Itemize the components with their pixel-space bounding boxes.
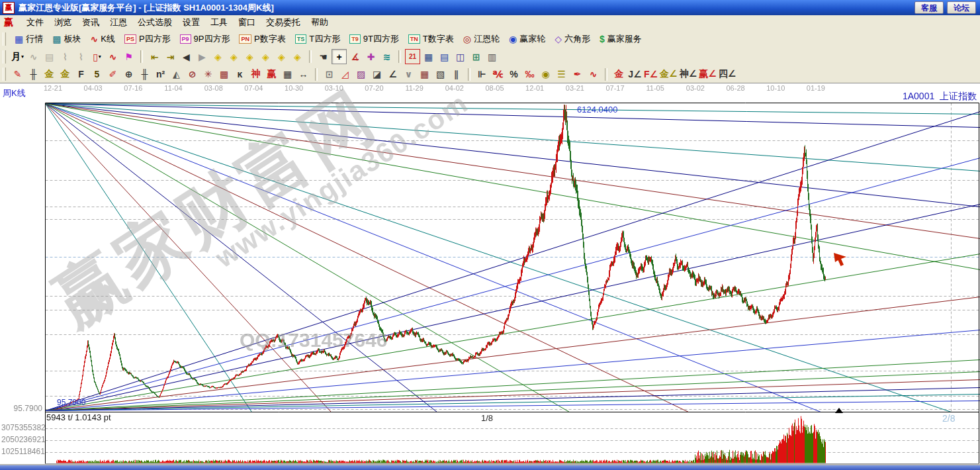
draw-grid-tool[interactable]: ╫ (26, 67, 41, 82)
draw-f-angle[interactable]: F∠ (643, 67, 658, 82)
draw-gold-lines-tool[interactable]: ☰ (554, 67, 569, 82)
nav-kline-style[interactable]: ▯▾ (89, 49, 105, 64)
toolbar-quotes-button[interactable]: ▦行情 (11, 32, 47, 46)
toolbar-t-square-button[interactable]: TST四方形 (291, 32, 344, 46)
nav-angle-tool[interactable]: ∡ (347, 49, 363, 64)
toolbar-winner-service-button[interactable]: $赢家服务 (596, 32, 646, 46)
menu-item-1[interactable]: 浏览 (49, 15, 77, 30)
nav-calendar[interactable]: 21 (405, 49, 420, 64)
draw-fan-box-tool[interactable]: ▨ (353, 67, 369, 82)
draw-four-angle[interactable]: 四∠ (718, 67, 737, 82)
menu-item-4[interactable]: 公式选股 (132, 15, 177, 30)
draw-win-angle[interactable]: 赢∠ (698, 67, 717, 82)
forum-button[interactable]: 论坛 (947, 1, 976, 14)
toolbar-p-table-button[interactable]: PNP数字表 (235, 32, 289, 46)
nav-diamond-pan-left[interactable]: ◈ (210, 49, 226, 64)
draw-span-tool[interactable]: ↔ (296, 67, 311, 82)
draw-compass-tool[interactable]: ⊘ (185, 67, 200, 82)
toolbar-hexagon-button[interactable]: ◇六角形 (551, 32, 594, 46)
nav-diamond-pan-right[interactable]: ◈ (226, 49, 242, 64)
nav-zigzag-disabled[interactable]: ∿ (26, 49, 41, 64)
nav-ma9-disabled[interactable]: ⌇ (73, 49, 89, 64)
volume-axis-label: 2050236921 (1, 435, 42, 444)
menu-item-0[interactable]: 文件 (21, 15, 49, 30)
nav-gann-flower-tool[interactable]: ✚ (363, 49, 379, 64)
draw-fan-tool[interactable]: ◿ (337, 67, 353, 82)
toolbar-kline-button[interactable]: ∿K线 (86, 32, 118, 46)
draw-rocket-tool[interactable]: ✐ (105, 67, 120, 82)
nav-save[interactable]: ◫ (453, 49, 468, 64)
nav-notes[interactable]: ▤ (437, 49, 452, 64)
draw-shen-grid[interactable]: 神 (248, 67, 263, 82)
draw-angle-lines-tool[interactable]: ∠ (385, 67, 400, 82)
nav-network-tool[interactable]: ⊞ (468, 49, 484, 64)
draw-star-tool[interactable]: ✳ (200, 67, 216, 82)
draw-time-circle[interactable]: ⊕ (121, 67, 136, 82)
t-table-icon: TN (408, 34, 420, 44)
draw-v-lines-tool[interactable]: ∨ (401, 67, 416, 82)
draw-gold-mark[interactable]: 金 (611, 67, 627, 82)
draw-shen-angle[interactable]: 神∠ (679, 67, 698, 82)
gann-fraction-right: 2/8 (942, 413, 955, 424)
draw-pen-tool[interactable]: ✎ (10, 67, 25, 82)
draw-pct-angle-tool[interactable]: ℀ (490, 67, 506, 82)
nav-diamond-expand-v[interactable]: ◈ (290, 49, 305, 64)
draw-pct-line-tool[interactable]: ‰ (522, 67, 537, 82)
menu-item-3[interactable]: 江恩 (105, 15, 132, 30)
draw-five-grid[interactable]: 5 (89, 67, 105, 82)
draw-wave-red-tool[interactable]: ∿ (586, 67, 601, 82)
menu-item-2[interactable]: 资讯 (77, 15, 105, 30)
nav-report-disabled[interactable]: ▤ (42, 49, 57, 64)
draw-grid-arrow-tool[interactable]: ▧ (433, 67, 448, 82)
draw-web-tool[interactable]: ▩ (216, 67, 232, 82)
nav-wave-tool[interactable]: ≋ (379, 49, 394, 64)
menu-item-5[interactable]: 设置 (177, 15, 205, 30)
nav-hand-tool[interactable]: ☚ (316, 49, 331, 64)
draw-box-tool[interactable]: ⊡ (322, 67, 337, 82)
nav-flag-tool[interactable]: ⚑ (121, 49, 136, 64)
nav-calculator[interactable]: ▦ (421, 49, 436, 64)
nav-period-month[interactable]: 月▾ (10, 49, 25, 64)
draw-scale-tool[interactable]: ⊩ (474, 67, 490, 82)
draw-k-mark[interactable]: ĸ (232, 67, 247, 82)
toolbar-t-table-button[interactable]: TNT数字表 (404, 32, 458, 46)
menu-item-9[interactable]: 帮助 (306, 15, 334, 30)
toolbar-sectors-button[interactable]: ▩板块 (48, 32, 85, 46)
nav-diamond-shrink-h[interactable]: ◈ (258, 49, 273, 64)
draw-f-grid[interactable]: F (73, 67, 89, 82)
draw-n2-tool[interactable]: n² (153, 67, 168, 82)
menu-item-8[interactable]: 交易委托 (261, 15, 306, 30)
nav-multi-kline[interactable]: ∿ (105, 49, 120, 64)
draw-num-grid[interactable]: ▦ (280, 67, 295, 82)
toolbar-p-square-button[interactable]: PSP四方形 (120, 32, 175, 46)
menu-item-6[interactable]: 工具 (205, 15, 233, 30)
draw-fan-corner-tool[interactable]: ◪ (369, 67, 384, 82)
nav-diamond-shrink-v[interactable]: ◈ (274, 49, 289, 64)
draw-gold-circle-tool[interactable]: ◉ (538, 67, 553, 82)
nav-print[interactable]: ▥ (484, 49, 500, 64)
draw-ink-tool[interactable]: ✒ (570, 67, 585, 82)
toolbar-gann-wheel-button[interactable]: ◎江恩轮 (459, 32, 504, 46)
draw-gold-angle[interactable]: 金∠ (659, 67, 678, 82)
toolbar-winner-wheel-button[interactable]: ◉赢家轮 (505, 32, 549, 46)
nav-first-page[interactable]: ⇤ (147, 49, 162, 64)
draw-j-angle[interactable]: J∠ (627, 67, 643, 82)
draw-win-grid[interactable]: 赢 (264, 67, 279, 82)
menu-item-7[interactable]: 窗口 (233, 15, 261, 30)
draw-ruler-grid[interactable]: ╫ (137, 67, 152, 82)
nav-last-page[interactable]: ⇥ (163, 49, 178, 64)
nav-crosshair-tool[interactable]: + (332, 49, 347, 64)
draw-pct-tool[interactable]: % (506, 67, 521, 82)
nav-diamond-expand-h[interactable]: ◈ (242, 49, 257, 64)
nav-ma3-disabled[interactable]: ⌇ (58, 49, 73, 64)
draw-parallel-tool[interactable]: ∥ (449, 67, 464, 82)
toolbar-9t-square-button[interactable]: T99T四方形 (345, 32, 403, 46)
draw-gold-grid-2[interactable]: 金 (58, 67, 73, 82)
nav-next-page[interactable]: ▶ (195, 49, 210, 64)
draw-a-lines[interactable]: ◭ (169, 67, 184, 82)
nav-prev-page[interactable]: ◀ (179, 49, 194, 64)
toolbar-9p-square-button[interactable]: P99P四方形 (176, 32, 234, 46)
draw-gold-grid-1[interactable]: 金 (42, 67, 57, 82)
draw-grid-red-tool[interactable]: ▦ (417, 67, 432, 82)
customer-service-button[interactable]: 客服 (914, 1, 944, 14)
